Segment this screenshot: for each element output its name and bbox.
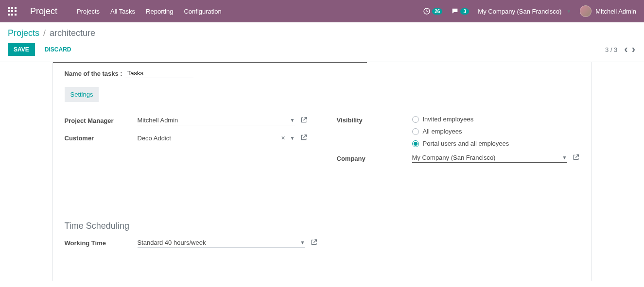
input-project-manager[interactable] xyxy=(138,117,288,124)
nav-right: 26 3 My Company (San Francisco) ▼ Mitche… xyxy=(423,5,636,17)
radio-label: All employees xyxy=(423,128,462,135)
breadcrumb-root[interactable]: Projects xyxy=(8,28,39,38)
pager: 3 / 3 ‹ › xyxy=(605,43,636,56)
form-sheet: Name of the tasks : Settings Project Man… xyxy=(52,62,592,281)
nav-reporting[interactable]: Reporting xyxy=(146,8,173,15)
radio-icon xyxy=(412,140,419,147)
input-customer[interactable] xyxy=(138,135,281,142)
nav-all-tasks[interactable]: All Tasks xyxy=(110,8,135,15)
input-working-time[interactable] xyxy=(138,239,298,246)
radio-all-employees[interactable]: All employees xyxy=(412,128,509,135)
tasks-name-row: Name of the tasks : xyxy=(65,63,580,87)
radio-label: Portal users and all employees xyxy=(423,140,509,147)
two-col: Project Manager ▼ Customer × ▼ xyxy=(65,116,580,163)
row-visibility: Visibility Invited employees All employe… xyxy=(337,116,580,147)
caret-down-icon: ▼ xyxy=(566,9,571,14)
caret-down-icon[interactable]: ▼ xyxy=(562,155,567,160)
discuss-badge: 3 xyxy=(460,8,469,15)
save-button[interactable]: Save xyxy=(8,43,35,56)
actions-bar: Save Discard 3 / 3 ‹ › xyxy=(0,38,644,62)
user-name: Mitchell Admin xyxy=(595,8,636,15)
external-link-company[interactable] xyxy=(572,153,580,163)
clock-icon xyxy=(423,7,431,15)
tabs: Settings xyxy=(65,87,580,102)
activity-badge: 26 xyxy=(432,8,442,15)
clear-icon[interactable]: × xyxy=(281,134,285,142)
avatar xyxy=(580,5,592,17)
nav-links: Projects All Tasks Reporting Configurati… xyxy=(77,8,423,15)
section-time-scheduling: Time Scheduling xyxy=(65,221,580,231)
external-link-icon xyxy=(300,116,308,124)
external-link-project-manager[interactable] xyxy=(300,116,308,125)
discard-button[interactable]: Discard xyxy=(45,46,71,53)
company-selector[interactable]: My Company (San Francisco) ▼ xyxy=(478,8,571,15)
radio-invited-employees[interactable]: Invited employees xyxy=(412,116,509,123)
label-company: Company xyxy=(337,154,412,162)
apps-icon[interactable] xyxy=(8,7,17,16)
row-company: Company ▼ xyxy=(337,153,580,163)
external-link-icon xyxy=(572,153,580,161)
external-link-icon xyxy=(300,134,308,141)
activity-indicator[interactable]: 26 xyxy=(423,7,442,15)
radio-portal-users[interactable]: Portal users and all employees xyxy=(412,140,509,147)
field-customer[interactable]: × ▼ xyxy=(138,133,295,143)
caret-down-icon[interactable]: ▼ xyxy=(290,135,295,141)
label-working-time: Working Time xyxy=(65,239,138,247)
company-name: My Company (San Francisco) xyxy=(478,8,561,15)
row-working-time: Working Time ▼ xyxy=(65,238,337,248)
sheet-wrap: Name of the tasks : Settings Project Man… xyxy=(0,62,644,281)
label-visibility: Visibility xyxy=(337,116,412,124)
caret-down-icon[interactable]: ▼ xyxy=(300,240,305,245)
external-link-icon xyxy=(310,238,318,246)
field-project-manager[interactable]: ▼ xyxy=(138,116,295,125)
breadcrumb: Projects / architecture xyxy=(0,22,644,38)
label-project-manager: Project Manager xyxy=(65,117,138,124)
navbar: Project Projects All Tasks Reporting Con… xyxy=(0,0,644,22)
field-company[interactable]: ▼ xyxy=(412,153,567,163)
caret-down-icon[interactable]: ▼ xyxy=(290,118,295,123)
tasks-label: Name of the tasks : xyxy=(65,70,122,77)
nav-configuration[interactable]: Configuration xyxy=(184,8,221,15)
radio-label: Invited employees xyxy=(423,116,474,123)
row-customer: Customer × ▼ xyxy=(65,133,308,143)
right-col: Visibility Invited employees All employe… xyxy=(337,116,580,163)
nav-projects[interactable]: Projects xyxy=(77,8,100,15)
breadcrumb-sep: / xyxy=(43,28,46,38)
pager-next[interactable]: › xyxy=(631,43,636,56)
chat-icon xyxy=(451,7,459,15)
left-col: Project Manager ▼ Customer × ▼ xyxy=(65,116,308,163)
tab-settings[interactable]: Settings xyxy=(65,87,99,102)
external-link-working-time[interactable] xyxy=(310,238,318,248)
user-menu[interactable]: Mitchell Admin xyxy=(580,5,636,17)
breadcrumb-current: architecture xyxy=(50,28,95,38)
row-project-manager: Project Manager ▼ xyxy=(65,116,308,125)
external-link-customer[interactable] xyxy=(300,134,308,143)
radio-icon xyxy=(412,128,419,135)
input-company[interactable] xyxy=(412,154,560,161)
pager-count: 3 / 3 xyxy=(605,46,617,53)
field-working-time[interactable]: ▼ xyxy=(138,238,305,248)
brand-title: Project xyxy=(30,6,57,17)
label-customer: Customer xyxy=(65,135,138,142)
pager-prev[interactable]: ‹ xyxy=(623,43,628,56)
tasks-input[interactable] xyxy=(125,68,193,78)
discuss-indicator[interactable]: 3 xyxy=(451,7,469,15)
visibility-radio-group: Invited employees All employees Portal u… xyxy=(412,116,509,147)
radio-icon xyxy=(412,116,419,123)
